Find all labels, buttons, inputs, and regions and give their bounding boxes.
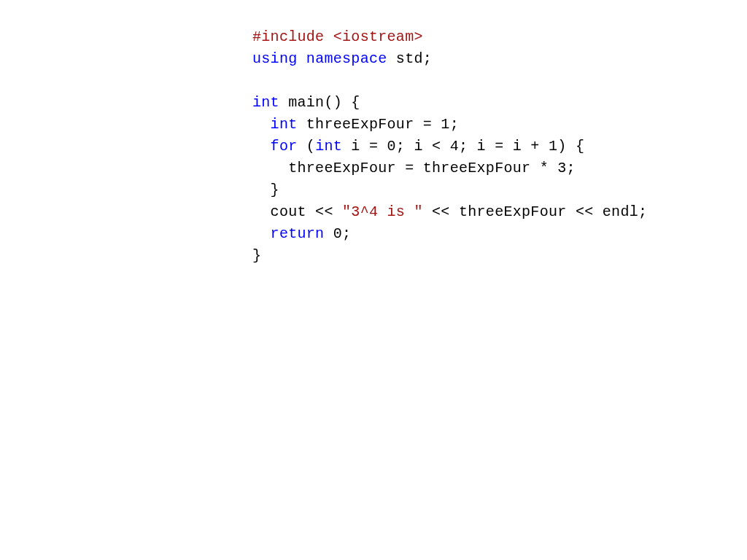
keyword-int: int [252,94,279,111]
keyword-int: int [271,116,298,133]
code-text: cout << [252,203,342,220]
keyword-return: return [271,225,325,242]
code-text: << threeExpFour << endl; [423,203,648,220]
code-text: threeExpFour = 1; [298,116,459,133]
code-block: #include <iostream> using namespace std;… [0,0,747,267]
code-text: 0; [324,225,351,242]
code-text: } [252,247,261,264]
indent [252,116,271,133]
keyword-for: for [271,138,298,155]
code-text: ( [298,138,316,155]
indent [252,138,271,155]
header-name: <iostream> [333,28,423,45]
string-literal: "3^4 is " [342,203,423,220]
code-text: main() { [279,94,360,111]
preprocessor-directive: #include [252,28,324,45]
space [298,50,306,67]
code-text: threeExpFour = threeExpFour * 3; [252,160,576,176]
keyword-int: int [315,138,342,155]
code-text: i = 0; i < 4; i = i + 1) { [342,138,584,155]
code-text: } [252,182,279,198]
keyword-using: using [252,50,298,67]
indent [252,225,271,242]
space [324,28,333,45]
keyword-namespace: namespace [306,50,387,67]
code-text: std; [387,50,433,67]
